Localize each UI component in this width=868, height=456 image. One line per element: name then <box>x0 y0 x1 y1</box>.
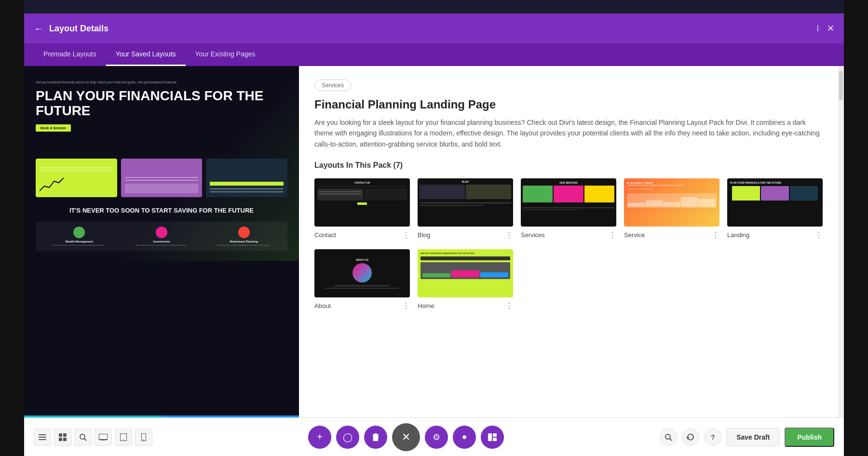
grid-button[interactable] <box>54 429 71 446</box>
mobile-view-button[interactable] <box>135 429 152 446</box>
tablet-view-button[interactable] <box>115 429 132 446</box>
preview-panel: Get personalized financial advice to hel… <box>24 66 299 443</box>
lp-cta: Book A Session <box>36 124 71 132</box>
thumb-services: OUR SERVICES Services ⋮ <box>521 178 616 240</box>
thumb-landing: PLAN YOUR FINANCIALS FOR THE FUTURE Land… <box>727 178 823 240</box>
thumb-services-img[interactable]: OUR SERVICES <box>521 178 616 227</box>
thumb-service-label: Service <box>624 231 645 239</box>
svg-rect-3 <box>59 433 62 437</box>
svg-rect-1 <box>39 437 46 438</box>
lp-hero: Get personalized financial advice to hel… <box>24 66 299 261</box>
wealth-desc: Lorem ipsum dolor sit amet, consectetur … <box>40 244 119 246</box>
column-icon[interactable]: ⁞ <box>816 23 819 34</box>
thumb-blog-label-row: Blog ⋮ <box>418 230 513 240</box>
save-draft-button[interactable]: Save Draft <box>726 428 780 446</box>
thumb-about-img[interactable]: ABOUT US <box>314 249 410 297</box>
search-right-button[interactable] <box>660 429 677 446</box>
refresh-button[interactable] <box>682 429 699 446</box>
toolbar-left <box>34 429 152 446</box>
bg-right <box>844 0 868 456</box>
illus-line-2 <box>40 170 113 171</box>
thumb-about-label-row: About ⋮ <box>314 301 410 310</box>
category-badge: Services <box>314 80 351 91</box>
thumb-landing-menu[interactable]: ⋮ <box>815 230 823 240</box>
thumb-services-label-row: Services ⋮ <box>521 230 616 240</box>
thumb-about-label: About <box>314 302 331 309</box>
modal-body: Get personalized financial advice to hel… <box>24 66 844 443</box>
thumb-contact-label: Contact <box>314 231 336 239</box>
illus-dark <box>206 159 287 197</box>
hamburger-button[interactable] <box>34 429 51 446</box>
thumb-service-img[interactable]: ◆ RETIREMENT PLANNING COMPREHENSIVE RETI… <box>624 178 719 227</box>
service-wealth: Wealth Management Lorem ipsum dolor sit … <box>40 227 119 246</box>
close-icon[interactable]: ✕ <box>827 23 834 34</box>
search-button[interactable] <box>74 429 92 446</box>
svg-point-20 <box>665 434 670 439</box>
toolbar-center: + ◯ ✕ ⚙ ● <box>152 423 660 451</box>
svg-rect-19 <box>493 438 497 441</box>
history-button[interactable]: ● <box>453 426 476 449</box>
svg-rect-17 <box>488 433 492 441</box>
thumb-landing-img[interactable]: PLAN YOUR FINANCIALS FOR THE FUTURE <box>727 178 823 227</box>
tab-existing[interactable]: Your Existing Pages <box>186 43 265 66</box>
thumb-about-menu[interactable]: ⋮ <box>402 301 410 310</box>
layout-details-modal: ← Layout Details ⁞ ✕ Premade Layouts You… <box>24 13 844 443</box>
power-button[interactable]: ◯ <box>336 426 359 449</box>
add-button[interactable]: + <box>308 426 331 449</box>
thumb-contact: CONTACT US <box>314 178 410 240</box>
thumb-landing-label: Landing <box>727 231 749 239</box>
thumb-services-menu[interactable]: ⋮ <box>609 230 616 240</box>
svg-rect-6 <box>63 438 67 441</box>
retirement-desc: Excepteur sint occaecat cupidatat non pr… <box>204 244 284 246</box>
trash-button[interactable] <box>364 426 387 449</box>
illus-line-4 <box>125 180 199 181</box>
wealth-name: Wealth Management <box>40 240 119 243</box>
publish-button[interactable]: Publish <box>785 428 834 447</box>
lp-services: Wealth Management Lorem ipsum dolor sit … <box>36 222 287 251</box>
lp-illustrations <box>36 139 287 197</box>
layout-button[interactable] <box>481 426 504 449</box>
back-button[interactable]: ← <box>34 23 43 34</box>
thumb-home-label: Home <box>418 302 434 309</box>
illus-line-3 <box>125 177 199 178</box>
lp-title: PLAN YOUR FINANCIALS FOR THE FUTURE <box>36 89 287 119</box>
retirement-name: Retirement Planning <box>204 240 284 243</box>
thumb-blog-img[interactable]: BLOG <box>418 178 513 227</box>
pack-title: Layouts In This Pack (7) <box>314 161 823 170</box>
service-retirement: Retirement Planning Excepteur sint occae… <box>204 227 284 246</box>
thumb-blog-menu[interactable]: ⋮ <box>505 230 513 240</box>
thumb-service-menu[interactable]: ⋮ <box>712 230 719 240</box>
scroll-thumb[interactable] <box>839 71 843 100</box>
modal-title: Layout Details <box>49 24 816 34</box>
scrollbar[interactable] <box>838 66 844 443</box>
thumb-home-label-row: Home ⋮ <box>418 301 513 310</box>
wealth-icon <box>73 227 85 238</box>
svg-rect-5 <box>59 438 62 441</box>
thumb-about: ABOUT US About ⋮ <box>314 249 410 310</box>
help-button[interactable]: ? <box>704 429 721 446</box>
investments-icon <box>156 227 167 238</box>
thumb-home-img[interactable]: DIGITIZE YOUR MONEY MANAGEMENT FOR THE F… <box>418 249 513 297</box>
svg-point-14 <box>123 439 124 440</box>
service-investments: Investments Quis aute irure dolor in rep… <box>122 227 202 246</box>
thumb-home-menu[interactable]: ⋮ <box>505 301 513 310</box>
tab-premade[interactable]: Premade Layouts <box>34 43 106 66</box>
lp-saving-text: IT'S NEVER TOO SOON TO START SAVING FOR … <box>36 207 287 214</box>
modal-header: ← Layout Details ⁞ ✕ <box>24 13 844 43</box>
layout-description: Are you looking for a sleek layout for y… <box>314 117 823 149</box>
close-button[interactable]: ✕ <box>392 423 420 451</box>
thumb-service-label-row: Service ⋮ <box>624 230 719 240</box>
bg-left <box>0 0 24 456</box>
illus-purple <box>121 159 203 197</box>
thumb-contact-menu[interactable]: ⋮ <box>402 230 410 240</box>
tab-saved[interactable]: Your Saved Layouts <box>106 43 186 66</box>
investments-desc: Quis aute irure dolor in reprehenderit i… <box>122 244 202 246</box>
svg-rect-18 <box>493 433 497 437</box>
settings-button[interactable]: ⚙ <box>425 426 448 449</box>
thumb-blog: BLOG Blog ⋮ <box>418 178 513 240</box>
thumb-contact-label-row: Contact ⋮ <box>314 230 410 240</box>
header-icons: ⁞ ✕ <box>816 23 834 34</box>
thumb-contact-img[interactable]: CONTACT US <box>314 178 410 227</box>
illus-green <box>36 159 117 197</box>
desktop-view-button[interactable] <box>95 429 112 446</box>
